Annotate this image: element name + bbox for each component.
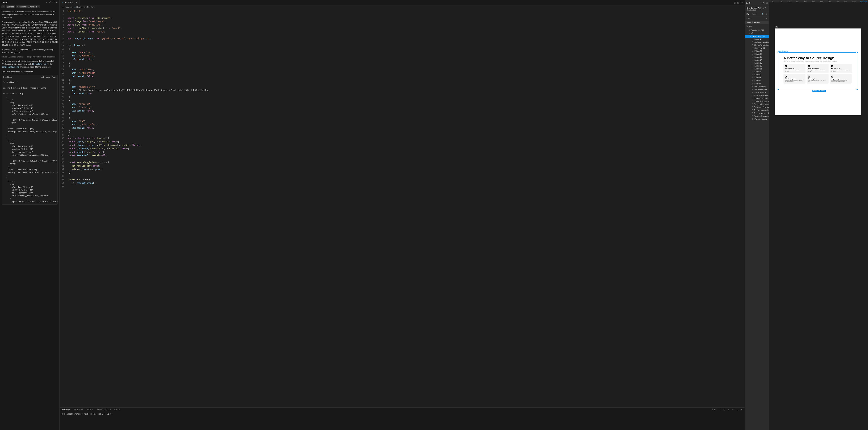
layer-row[interactable]: TUnlimited requests xyxy=(745,97,769,100)
layer-row[interactable]: TA Better Way to Sourc... xyxy=(745,44,769,47)
chat-image-btn[interactable]: Image xyxy=(27,56,32,58)
figma-project[interactable]: One Big Lab Website ▾ One Big Lab xyxy=(745,6,769,12)
code-filename: Benefits.tsx xyxy=(3,76,12,78)
layer-row[interactable]: ○Ellipse 8 xyxy=(745,76,769,79)
more-icon[interactable]: ⋯ xyxy=(741,1,743,4)
bene-title: A Better Way to Source Design xyxy=(778,53,857,60)
layer-row[interactable]: TYou'll never want to ... xyxy=(745,41,769,44)
bene-card: Premium DesignFunctional, beautiful, and… xyxy=(783,64,806,73)
layer-row[interactable]: TReceive your design withi... xyxy=(745,109,769,112)
layer-row[interactable]: ○Ellipse 13 xyxy=(745,61,769,64)
figma-panel-toggle-icon[interactable]: ⬚ xyxy=(766,13,768,15)
new-chat-icon[interactable]: ＋ xyxy=(45,1,48,4)
layer-row[interactable]: TUnique designs xyxy=(745,85,769,88)
layer-row[interactable]: ○Ellipse 6 xyxy=(745,82,769,85)
term-close-icon[interactable]: ✕ xyxy=(741,409,742,411)
chat-mention[interactable]: @ Mention xyxy=(17,56,26,58)
close-icon[interactable]: ✕ xyxy=(56,1,58,4)
layer-row[interactable]: ○Ellipse 16 xyxy=(745,53,769,56)
layer-row[interactable]: ○Ellipse 15 xyxy=(745,56,769,59)
benefits-section[interactable]: A Better Way to Source Design You'll nev… xyxy=(778,53,857,89)
figma-ai-icon[interactable]: A↯ xyxy=(761,2,765,4)
assistant-msg: I'll help you create a Benefits section … xyxy=(2,60,58,69)
layer-row[interactable]: ○Ellipse 14 xyxy=(745,59,769,61)
figma-canvas[interactable]: v3 benefits section A Better Way to Sour… xyxy=(769,2,868,430)
chat-ctx[interactable]: no context xyxy=(33,56,41,58)
breadcrumb[interactable]: components › ⚛ Header.tsx › [ⓘ] links xyxy=(60,5,745,9)
user-svg-1: Preimium design: <svg xmlns="http://www.… xyxy=(2,21,58,47)
term-tab-debug[interactable]: DEBUG CONSOLE xyxy=(96,409,111,411)
term-split-icon[interactable]: ◫ xyxy=(723,409,725,411)
frame-badge[interactable]: v3 xyxy=(775,26,778,28)
code-copy[interactable]: Copy xyxy=(46,76,50,78)
split-icon[interactable]: ◫ xyxy=(734,1,736,4)
layer-row[interactable]: TUnique design for your u... xyxy=(745,100,769,103)
selection-label: benefits section xyxy=(778,50,789,52)
history-icon[interactable]: ↺ xyxy=(49,1,51,4)
bene-card: Unlimited requestsRequest as many design… xyxy=(783,74,806,84)
code-apply[interactable]: Apply xyxy=(52,76,56,78)
chat-title: CHAT xyxy=(2,1,7,3)
chat-tag-file[interactable]: ⚛ Header.tsx Current File ✕ xyxy=(16,5,40,8)
layer-row[interactable]: ○Ellipse 12 xyxy=(745,64,769,67)
layer-row[interactable]: ⌗benefits section xyxy=(745,35,769,38)
layer-row[interactable]: TFunctional, beautiful, and... xyxy=(745,115,769,118)
chat-chat[interactable]: chat xyxy=(42,56,46,58)
model-badge[interactable]: claude-3.5-sonnet xyxy=(2,56,16,58)
term-shell[interactable]: ▸ zsh xyxy=(712,409,716,411)
terminal-tabs: TERMINAL PROBLEMS OUTPUT DEBUG CONSOLE P… xyxy=(60,408,745,412)
figma-tab-assets[interactable]: Assets xyxy=(752,13,757,15)
layer-row[interactable]: □Rectangle 95 xyxy=(745,47,769,50)
add-page-icon[interactable]: ＋ xyxy=(766,18,768,20)
editor-body[interactable]: 1 2 3 4 5 6 7 8 9 10 11 12 13 14 15 16 1… xyxy=(60,9,745,407)
term-new-icon[interactable]: ＋ xyxy=(719,409,721,411)
layer-row[interactable]: ○Ellipse 10 xyxy=(745,70,769,73)
layer-row[interactable]: □Group 42 xyxy=(745,38,769,41)
page-row[interactable]: Website Review xyxy=(745,21,769,24)
chat-body: i want to make a "Benefits" section like… xyxy=(0,9,59,430)
layer-row[interactable]: ○Ellipse 9 xyxy=(745,73,769,76)
user-message: i want to make a "Benefits" section like… xyxy=(2,10,58,19)
assistant-next: First, let's create the new component: xyxy=(2,70,58,73)
layer-row[interactable]: TPremium Design xyxy=(745,118,769,121)
term-tab-ports[interactable]: PORTS xyxy=(114,409,120,411)
layer-row[interactable]: TFlat monthly fee xyxy=(745,88,769,91)
term-tab-output[interactable]: OUTPUT xyxy=(86,409,93,411)
layer-row[interactable]: #v3 xyxy=(745,32,769,35)
layer-row[interactable]: TSuper fast delivery xyxy=(745,94,769,97)
tab-close-icon[interactable]: ✕ xyxy=(75,1,77,4)
bene-card: Flat monthly feePartner with a world-cla… xyxy=(830,64,852,73)
figma-tab-file[interactable]: File xyxy=(746,13,749,15)
code-ask[interactable]: Ask xyxy=(41,76,44,78)
dims-badge: 10839.58 × 5223 xyxy=(812,90,826,92)
new-tag-button[interactable]: ＋ xyxy=(1,5,5,8)
expand-icon[interactable]: ⛶ xyxy=(53,1,54,4)
term-trash-icon[interactable]: 🗑 xyxy=(728,409,730,411)
chat-codebase[interactable]: codebase xyxy=(47,56,55,58)
layer-row[interactable]: TRequest as many designs... xyxy=(745,112,769,115)
layer-row[interactable]: #OpenGraph_Obl xyxy=(745,29,769,32)
term-chevron-icon[interactable]: ⌄ xyxy=(737,409,738,411)
bene-card: Super fast deliveryReceive your design w… xyxy=(807,64,829,73)
chat-tag-image[interactable]: ▣ Image xyxy=(6,5,15,8)
main-code[interactable]: "use client"; import classnames from "cl… xyxy=(66,9,745,407)
layer-row[interactable]: ○Ellipse 7 xyxy=(745,79,769,82)
tab-header[interactable]: ⚛ Header.tsx ✕ xyxy=(60,0,80,5)
term-tab-terminal[interactable]: TERMINAL xyxy=(62,409,71,411)
layer-row[interactable]: TPartner with a world-clas... xyxy=(745,103,769,106)
layout-icon[interactable]: ▤ xyxy=(737,1,739,4)
chat-meta: claude-3.5-sonnet @ Mention Image no con… xyxy=(2,56,58,58)
gutter: 1 2 3 4 5 6 7 8 9 10 11 12 13 14 15 16 1… xyxy=(60,9,66,407)
layer-row[interactable]: ○Ellipse 17 xyxy=(745,50,769,53)
term-tab-problems[interactable]: PROBLEMS xyxy=(73,409,83,411)
figma-search-icon[interactable]: 🔍 xyxy=(762,13,764,15)
terminal-content[interactable]: ○ keesbakker@Keess-MacBook-Pro obl-web-v… xyxy=(60,412,745,416)
figma-menu-icon[interactable]: ⊞ ▾ xyxy=(746,1,750,4)
term-more-icon[interactable]: ⋯ xyxy=(732,409,734,411)
bene-cards: Premium DesignFunctional, beautiful, and… xyxy=(778,64,857,84)
layer-row[interactable]: TPause anytime xyxy=(745,91,769,94)
figma-panel-icon[interactable]: ◫ xyxy=(766,2,768,4)
layer-row[interactable]: ○Ellipse 11 xyxy=(745,67,769,70)
chat-panel: CHAT ＋ ↺ ⛶ ✕ ＋ ▣ Image ⚛ Header.tsx Curr… xyxy=(0,0,60,430)
layer-row[interactable]: TPause and Play your plan... xyxy=(745,106,769,109)
